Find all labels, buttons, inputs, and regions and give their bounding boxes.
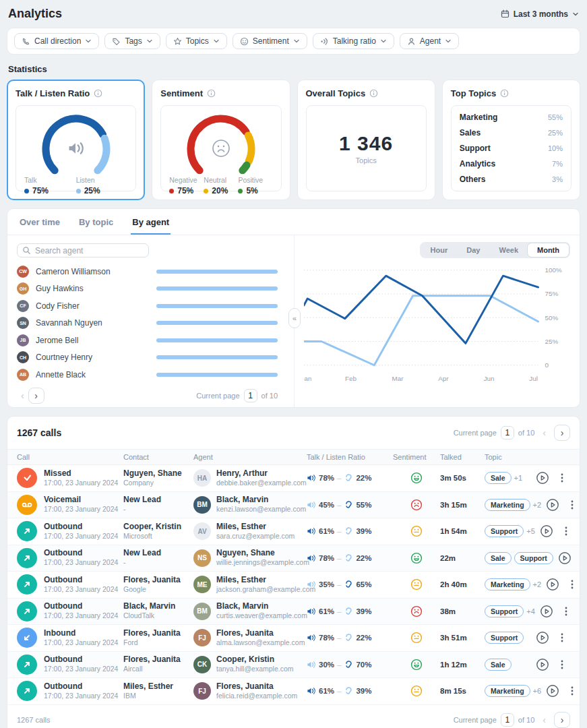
speaker-icon — [307, 660, 316, 669]
table-body: Missed 17:00, 23 January 2024 Nguyen, Sh… — [7, 465, 580, 705]
avatar: FJ — [193, 682, 211, 700]
sentiment-card[interactable]: Sentiment Negative 75%Neutral 20%Positiv… — [152, 80, 290, 200]
row-menu-button[interactable] — [554, 632, 570, 644]
row-menu-button[interactable] — [564, 499, 580, 511]
svg-text:Jul: Jul — [529, 375, 538, 382]
info-icon[interactable] — [94, 89, 102, 98]
row-menu-button[interactable] — [558, 605, 574, 617]
agent-row[interactable]: SN Savannah Nguyen — [17, 315, 278, 332]
talked-duration: 22m — [440, 554, 485, 562]
tab-by-agent[interactable]: By agent — [131, 209, 171, 235]
info-icon[interactable] — [500, 89, 509, 98]
call-time: 17:00, 23 January 2024 — [44, 532, 123, 541]
sentiment-neutral-icon — [393, 685, 440, 697]
play-recording-button[interactable] — [541, 577, 564, 592]
row-menu-button[interactable] — [564, 578, 580, 590]
play-recording-button[interactable] — [531, 657, 554, 672]
play-recording-button[interactable] — [531, 471, 554, 485]
sentiment-neutral-icon — [393, 632, 440, 644]
granularity-option-week[interactable]: Week — [489, 243, 528, 257]
call-row[interactable]: Outbound 17:00, 23 January 2024 Black, M… — [7, 599, 580, 626]
talk-listen-bar — [156, 355, 278, 359]
call-row[interactable]: Voicemail 17:00, 23 January 2024 New Lea… — [7, 492, 580, 519]
next-page-button[interactable]: › — [28, 388, 44, 404]
call-row[interactable]: Outbound 17:00, 23 January 2024 Flores, … — [7, 652, 580, 679]
call-row[interactable]: Outbound 17:00, 23 January 2024 Miles, E… — [7, 678, 580, 705]
agent-name: Black, Marvin — [216, 601, 307, 611]
play-recording-button[interactable] — [553, 551, 576, 566]
column-sentiment: Sentiment — [393, 453, 440, 461]
avatar: ME — [193, 576, 211, 593]
call-row[interactable]: Outbound 17:00, 23 January 2024 Cooper, … — [7, 518, 580, 545]
call-row[interactable]: Inbound 17:00, 23 January 2024 Flores, J… — [7, 625, 580, 652]
row-menu-button[interactable] — [576, 552, 580, 564]
filter-chip-call-direction[interactable]: Call direction — [14, 33, 99, 49]
date-range-label: Last 3 months — [514, 9, 568, 19]
agent-row[interactable]: CF Cody Fisher — [17, 297, 278, 315]
contact-name: Nguyen, Shane — [123, 468, 193, 479]
top-topics-card[interactable]: Top Topics Marketing55%Sales25%Support10… — [442, 80, 580, 200]
call-row[interactable]: Missed 17:00, 23 January 2024 Nguyen, Sh… — [7, 465, 580, 492]
info-icon[interactable] — [369, 89, 378, 98]
filter-chip-talking-ratio[interactable]: Talking ratio — [313, 33, 394, 49]
listen-pct: 55% — [356, 501, 371, 509]
row-menu-button[interactable] — [554, 659, 570, 671]
row-menu-button[interactable] — [554, 472, 570, 484]
row-menu-button[interactable] — [558, 525, 574, 537]
sentiment-positive-icon — [393, 472, 440, 484]
page-number-input[interactable]: 1 — [244, 389, 257, 402]
search-agent-input[interactable] — [17, 243, 149, 257]
contact-company: Google — [123, 585, 193, 595]
granularity-option-hour[interactable]: Hour — [421, 243, 458, 257]
agent-bar-list: CW Cameron Williamson GH Guy Hawkins CF … — [17, 263, 278, 384]
next-page-button[interactable]: › — [554, 425, 570, 441]
play-recording-button[interactable] — [535, 524, 558, 539]
agent-row[interactable]: GH Guy Hawkins — [17, 280, 278, 298]
agent-name: Cooper, Kristin — [216, 655, 294, 665]
agent-row[interactable]: CH Courtney Henry — [17, 349, 278, 367]
prev-page-button[interactable]: ‹ — [538, 427, 550, 438]
agent-row[interactable]: CW Cameron Williamson — [17, 263, 278, 280]
chevron-down-icon — [572, 11, 579, 18]
play-recording-button[interactable] — [541, 684, 564, 698]
prev-page-button[interactable]: ‹ — [538, 715, 550, 725]
granularity-option-month[interactable]: Month — [528, 243, 569, 257]
tab-over-time[interactable]: Over time — [18, 209, 61, 235]
call-row[interactable]: Outbound 17:00, 23 January 2024 Flores, … — [7, 572, 580, 599]
play-recording-button[interactable] — [541, 497, 564, 512]
granularity-option-day[interactable]: Day — [457, 243, 489, 257]
collapse-pane-button[interactable]: « — [288, 308, 301, 328]
person-icon — [407, 37, 416, 46]
prev-page-button[interactable]: ‹ — [17, 390, 28, 401]
svg-text:25%: 25% — [545, 338, 558, 345]
agent-row[interactable]: AB Annette Black — [17, 366, 278, 384]
tab-by-topic[interactable]: By topic — [78, 209, 115, 235]
filter-chip-sentiment[interactable]: Sentiment — [233, 33, 307, 49]
overall-topics-card[interactable]: Overall Topics 1 346 Topics — [297, 80, 435, 200]
ear-icon — [344, 473, 353, 483]
play-recording-button[interactable] — [531, 630, 554, 645]
play-recording-button[interactable] — [535, 604, 558, 619]
filter-chip-agent[interactable]: Agent — [400, 33, 459, 49]
talk-listen-legend: Talk 75%Listen 25% — [24, 176, 127, 195]
filter-bar: Call directionTagsTopicsSentimentTalking… — [7, 28, 580, 55]
outbound-call-icon — [17, 681, 37, 701]
filter-chip-topics[interactable]: Topics — [166, 33, 227, 49]
next-page-button[interactable]: › — [554, 712, 570, 728]
filter-chip-tags[interactable]: Tags — [104, 33, 160, 49]
page-number-input[interactable]: 1 — [501, 426, 514, 439]
call-row[interactable]: Outbound 17:00, 23 January 2024 New Lead… — [7, 545, 580, 572]
call-time: 17:00, 23 January 2024 — [44, 638, 123, 648]
page-number-input[interactable]: 1 — [501, 713, 514, 727]
analytics-page: Analytics Last 3 months Call directionTa… — [0, 0, 587, 728]
agent-row[interactable]: JB Jerome Bell — [17, 332, 278, 349]
row-menu-button[interactable] — [564, 685, 580, 697]
contact-name: New Lead — [123, 548, 193, 558]
agent-name: Courtney Henry — [36, 353, 156, 362]
info-icon[interactable] — [207, 89, 216, 98]
topic-pill: Support — [485, 632, 524, 644]
talk-listen-ratio-card[interactable]: Talk / Listen Ratio Talk 75%Listen 25% — [7, 80, 145, 200]
ear-icon — [344, 660, 353, 669]
table-header-row: Call Contact Agent Talk / Listen Ratio S… — [7, 449, 580, 465]
date-range-picker[interactable]: Last 3 months — [501, 9, 579, 19]
